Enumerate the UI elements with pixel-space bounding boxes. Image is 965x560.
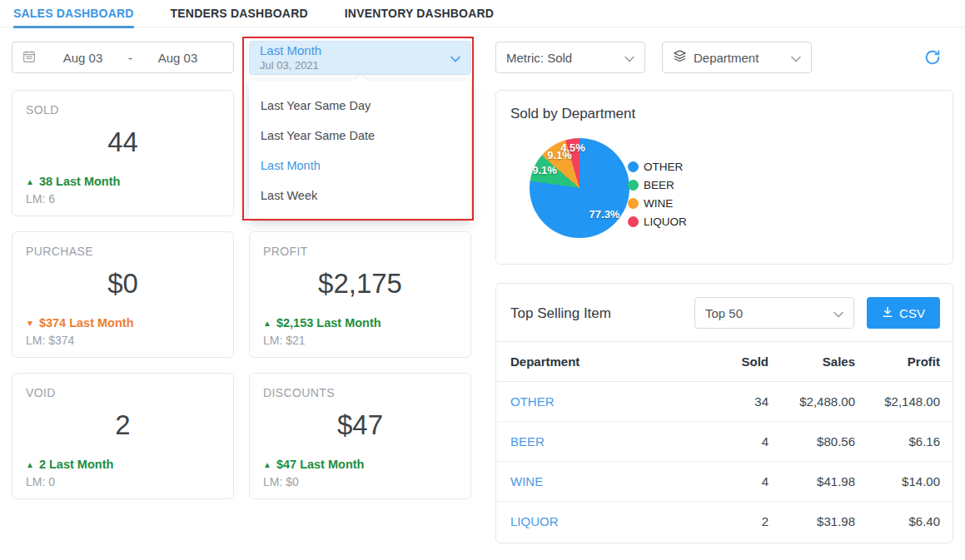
- kpi-delta-text: 2 Last Month: [39, 458, 113, 471]
- calendar-icon: [22, 50, 36, 66]
- top-limit-select[interactable]: Top 50: [694, 297, 854, 329]
- group-by-select[interactable]: Department: [662, 42, 812, 73]
- refresh-button[interactable]: [922, 47, 943, 69]
- top-selling-item-panel: Top Selling Item Top 50 CSV Department: [495, 283, 953, 543]
- refresh-icon: [923, 48, 942, 69]
- layers-icon: [673, 49, 687, 66]
- cell-sold: 34: [700, 382, 769, 422]
- period-select-date: Jul 03, 2021: [260, 59, 321, 72]
- kpi-card-profit: PROFIT $2,175 ▲ $2,153 Last Month LM: $2…: [249, 231, 471, 358]
- legend-label: LIQUOR: [644, 216, 687, 228]
- table-row: BEER 4 $80.56 $6.16: [496, 422, 954, 462]
- legend-label: OTHER: [644, 161, 683, 173]
- pie-chart-title: Sold by Department: [510, 106, 635, 122]
- cell-sold: 2: [700, 502, 769, 542]
- kpi-delta-text: $2,153 Last Month: [276, 316, 381, 330]
- kpi-card-discounts: DISCOUNTS $47 ▲ $47 Last Month LM: $0: [249, 373, 471, 499]
- delta-direction-icon: ▲: [263, 460, 271, 469]
- metric-select[interactable]: Metric: Sold: [495, 42, 645, 73]
- kpi-last-month: LM: 0: [26, 475, 220, 488]
- legend-item[interactable]: LIQUOR: [628, 212, 687, 230]
- top-limit-value: Top 50: [705, 306, 743, 320]
- csv-export-button[interactable]: CSV: [867, 297, 940, 329]
- cell-sales: $2,488.00: [769, 382, 855, 422]
- tab-inventory-dashboard[interactable]: INVENTORY DASHBOARD: [345, 0, 494, 27]
- col-header-sold: Sold: [700, 342, 769, 382]
- kpi-label: PROFIT: [263, 245, 457, 258]
- legend-color-dot: [628, 198, 639, 209]
- period-option-last-year-same-date[interactable]: Last Year Same Date: [249, 121, 471, 151]
- cell-sales: $41.98: [769, 462, 855, 502]
- top-selling-table: Department Sold Sales Profit OTHER 34 $2…: [496, 341, 954, 542]
- kpi-card-void: VOID 2 ▲ 2 Last Month LM: 0: [12, 373, 234, 499]
- delta-direction-icon: ▲: [263, 319, 271, 328]
- department-link-beer[interactable]: BEER: [510, 434, 545, 448]
- kpi-last-month: LM: $21: [263, 334, 457, 347]
- delta-direction-icon: ▲: [26, 177, 34, 186]
- cell-profit: $14.00: [855, 462, 954, 502]
- kpi-label: SOLD: [26, 103, 220, 116]
- department-link-liquor[interactable]: LIQUOR: [510, 514, 559, 528]
- kpi-label: VOID: [26, 386, 220, 399]
- pie-legend: OTHER BEER WINE LIQUOR: [628, 157, 687, 230]
- chevron-down-icon: [450, 51, 460, 66]
- kpi-value: 2: [26, 409, 220, 458]
- delta-direction-icon: ▼: [26, 319, 34, 328]
- kpi-delta: ▲ $47 Last Month: [263, 458, 457, 471]
- kpi-card-sold: SOLD 44 ▲ 38 Last Month LM: 6: [12, 90, 234, 216]
- table-row: WINE 4 $41.98 $14.00: [496, 462, 954, 502]
- cell-profit: $2,148.00: [855, 382, 954, 422]
- kpi-delta: ▲ $2,153 Last Month: [263, 316, 457, 330]
- kpi-delta-text: $374 Last Month: [39, 316, 134, 330]
- date-range-picker[interactable]: Aug 03 - Aug 03: [12, 42, 234, 73]
- chevron-down-icon: [833, 306, 843, 320]
- cell-profit: $6.40: [855, 502, 954, 542]
- period-select[interactable]: Last Month Jul 03, 2021: [249, 41, 471, 75]
- pie-slice-label-liquor: 4.5%: [560, 141, 585, 154]
- kpi-value: $47: [263, 409, 457, 458]
- kpi-value: 44: [26, 126, 220, 175]
- pie-slice-label-other: 77.3%: [589, 208, 620, 221]
- tab-tenders-dashboard[interactable]: TENDERS DASHBOARD: [171, 0, 308, 27]
- date-start[interactable]: Aug 03: [37, 51, 128, 65]
- delta-direction-icon: ▲: [26, 460, 34, 469]
- dashboard-tabbar: SALES DASHBOARD TENDERS DASHBOARD INVENT…: [0, 0, 965, 27]
- table-row: OTHER 34 $2,488.00 $2,148.00: [496, 382, 954, 422]
- kpi-value: $0: [26, 268, 220, 316]
- chevron-down-icon: [791, 51, 801, 65]
- col-header-sales: Sales: [769, 342, 855, 382]
- period-option-last-week[interactable]: Last Week: [249, 181, 471, 211]
- col-header-department: Department: [496, 342, 700, 382]
- group-by-select-value: Department: [694, 51, 759, 65]
- cell-profit: $6.16: [855, 422, 954, 462]
- department-link-wine[interactable]: WINE: [510, 474, 543, 488]
- cell-sales: $31.98: [769, 502, 855, 542]
- kpi-label: DISCOUNTS: [263, 386, 457, 399]
- pie-slice-label-beer: 9.1%: [532, 164, 557, 176]
- legend-color-dot: [628, 216, 639, 227]
- cell-sold: 4: [700, 462, 769, 502]
- tab-sales-dashboard[interactable]: SALES DASHBOARD: [13, 0, 134, 27]
- department-link-other[interactable]: OTHER: [510, 394, 555, 409]
- legend-item[interactable]: WINE: [628, 194, 687, 212]
- kpi-last-month: LM: 6: [26, 192, 220, 206]
- legend-item[interactable]: BEER: [628, 176, 687, 194]
- table-row: LIQUOR 2 $31.98 $6.40: [496, 502, 954, 542]
- kpi-label: PURCHASE: [26, 245, 220, 258]
- kpi-card-purchase: PURCHASE $0 ▼ $374 Last Month LM: $374: [12, 231, 234, 358]
- sold-by-department-panel: Sold by Department 77.3% 9.1% 9.1% 4.5% …: [495, 90, 953, 265]
- legend-color-dot: [628, 180, 639, 191]
- legend-item[interactable]: OTHER: [628, 157, 687, 176]
- kpi-delta: ▲ 38 Last Month: [26, 175, 220, 188]
- csv-button-label: CSV: [899, 306, 925, 320]
- kpi-delta-text: 38 Last Month: [39, 175, 120, 188]
- period-option-last-year-same-day[interactable]: Last Year Same Day: [249, 91, 471, 121]
- legend-label: BEER: [644, 179, 674, 191]
- date-end[interactable]: Aug 03: [132, 51, 223, 65]
- kpi-delta: ▼ $374 Last Month: [26, 316, 220, 330]
- legend-color-dot: [628, 161, 639, 172]
- download-icon: [882, 306, 893, 320]
- cell-sales: $80.56: [769, 422, 855, 462]
- period-option-last-month[interactable]: Last Month: [249, 151, 471, 181]
- period-select-value: Last Month: [260, 43, 321, 59]
